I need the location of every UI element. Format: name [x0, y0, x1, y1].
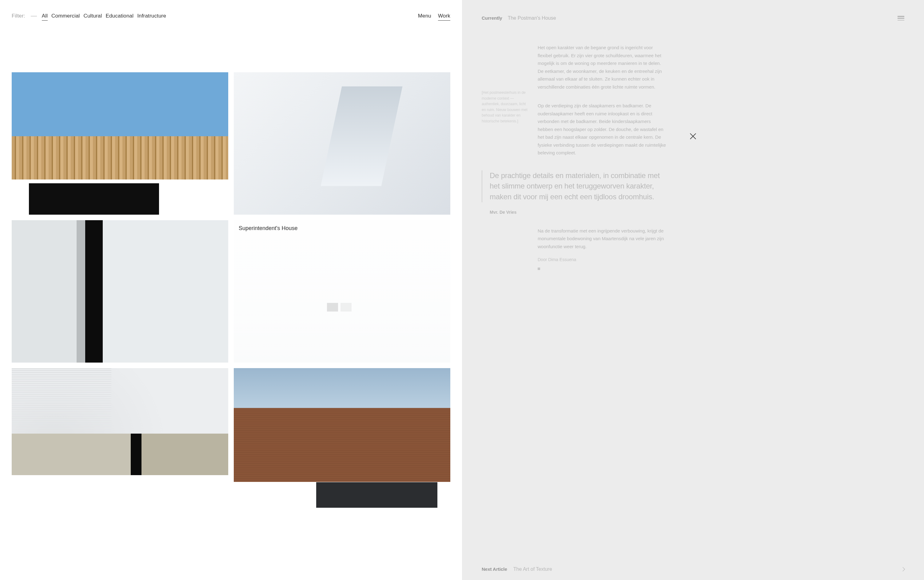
article-header-left: Currently The Postman's House — [482, 15, 556, 21]
article-byline: Door Dima Essuena — [538, 257, 904, 262]
article-content: Currently The Postman's House [Het postm… — [462, 0, 924, 580]
primary-nav: Menu Work — [418, 13, 450, 21]
filter-tab-cultural[interactable]: Cultural — [84, 13, 102, 19]
project-card[interactable] — [12, 72, 228, 215]
close-icon[interactable] — [689, 132, 697, 140]
project-card[interactable] — [12, 220, 228, 362]
hamburger-icon[interactable] — [898, 16, 904, 20]
project-card-superintendents-house[interactable]: Superintendent's House — [234, 220, 450, 362]
next-article-left: Next Article The Art of Texture — [482, 567, 552, 572]
end-mark-icon — [538, 267, 540, 270]
filter-tab-all[interactable]: All — [42, 13, 48, 21]
pullquote-attribution: Mvr. De Vries — [490, 210, 904, 215]
project-card[interactable] — [234, 368, 450, 511]
nav-menu[interactable]: Menu — [418, 13, 431, 19]
article-paragraphs: Het open karakter van de begane grond is… — [538, 44, 904, 168]
article-overlay-pane: Currently The Postman's House [Het postm… — [462, 0, 924, 580]
article-paragraph: Op de verdieping zijn de slaapkamers en … — [538, 102, 667, 157]
article-paragraph: Na de transformatie met een ingrijpende … — [538, 227, 667, 250]
article-paragraphs-after-quote: Na de transformatie met een ingrijpende … — [482, 227, 904, 250]
left-header: Filter: All Commercial Cultural Educatio… — [12, 13, 450, 21]
nav-work[interactable]: Work — [438, 13, 450, 21]
pullquote: De prachtige details en materialen, in c… — [482, 170, 663, 203]
filter-label: Filter: — [12, 13, 25, 19]
work-gallery-pane: Filter: All Commercial Cultural Educatio… — [0, 0, 462, 580]
article-body-columns: [Het postmeesterhuis in de moderne conte… — [482, 44, 904, 168]
article-header: Currently The Postman's House — [482, 15, 904, 21]
next-article-title: The Art of Texture — [513, 567, 552, 572]
filter-bar: Filter: All Commercial Cultural Educatio… — [12, 13, 166, 21]
project-caption: Superintendent's House — [239, 225, 298, 232]
project-card[interactable] — [12, 368, 228, 511]
project-card[interactable] — [234, 72, 450, 215]
article-margin-note: [Het postmeesterhuis in de moderne conte… — [482, 90, 531, 168]
projects-grid: Superintendent's House — [12, 72, 450, 511]
next-article-bar[interactable]: Next Article The Art of Texture — [482, 567, 904, 572]
next-article-label: Next Article — [482, 567, 507, 572]
article-paragraph: Het open karakter van de begane grond is… — [538, 44, 667, 91]
currently-label: Currently — [482, 15, 502, 21]
filter-tab-commercial[interactable]: Commercial — [51, 13, 80, 19]
article-title: The Postman's House — [508, 15, 556, 21]
filter-tab-educational[interactable]: Educational — [105, 13, 133, 19]
filter-tab-infrastructure[interactable]: Infratructure — [137, 13, 166, 19]
chevron-right-icon[interactable] — [901, 567, 905, 572]
